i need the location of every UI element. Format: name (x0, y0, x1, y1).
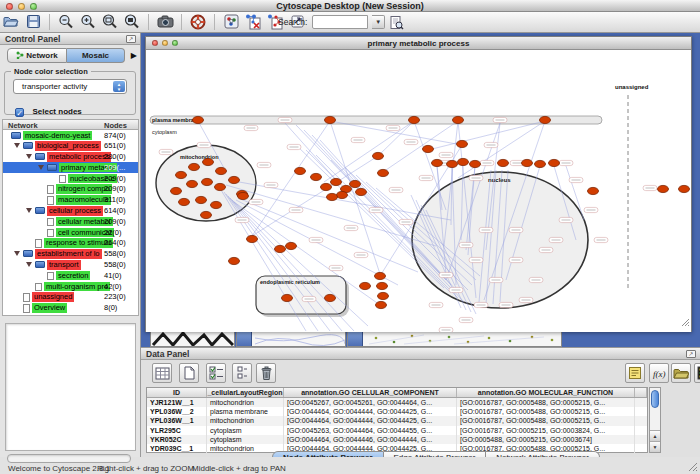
table-grid-button[interactable] (152, 363, 172, 383)
search-dropdown-button[interactable]: ▼ (372, 15, 385, 29)
attribute-grid-button[interactable] (232, 363, 252, 383)
network-node[interactable] (376, 301, 387, 308)
open-folder-button[interactable] (1, 13, 21, 31)
network-canvas[interactable]: plasma membranecytoplasmmitochondrionnuc… (146, 50, 691, 332)
network-node[interactable] (423, 145, 434, 152)
network-node[interactable] (549, 159, 560, 166)
camera-snapshot-button[interactable] (155, 13, 175, 31)
tree-item-multi-organism-pro[interactable]: multi-organism pro42(0) (3, 281, 138, 292)
network-node[interactable] (325, 116, 336, 123)
table-row-YPL036W__1[interactable]: YPL036W__1mitochondrion[GO:0044464, GO:0… (147, 416, 647, 425)
expand-triangle-icon[interactable] (14, 251, 20, 256)
node-color-dropdown[interactable]: transporter activity ▲▼ (13, 79, 127, 94)
network-node[interactable] (453, 116, 464, 123)
network-node[interactable] (337, 191, 348, 198)
tree-item-nitrogen-compo[interactable]: nitrogen compo209(0) (3, 184, 138, 195)
network-view-titlebar[interactable]: primary metabolic process (146, 37, 691, 50)
network-node[interactable] (176, 171, 187, 178)
background-window-strip[interactable] (236, 331, 346, 347)
table-scrollbar[interactable]: ▲ ▼ (649, 387, 661, 453)
tab-overflow-arrow[interactable]: ▶ (131, 51, 137, 60)
tree-item-transport[interactable]: transport558(0) (3, 260, 138, 271)
network-node[interactable] (377, 282, 388, 289)
tree-item-cellular-metabol[interactable]: cellular metabol209(0) (3, 216, 138, 227)
network-node[interactable] (179, 198, 190, 205)
zoom-region-button[interactable] (100, 13, 120, 31)
network-edge[interactable] (330, 121, 462, 145)
column-header-1[interactable]: _cellularLayoutRegion (207, 388, 284, 397)
network-node[interactable] (588, 187, 599, 194)
edit-network-blue-button[interactable] (243, 13, 263, 31)
expand-triangle-icon[interactable] (38, 165, 44, 170)
network-node[interactable] (229, 176, 240, 183)
network-node[interactable] (196, 196, 207, 203)
network-node[interactable] (202, 178, 213, 185)
network-node[interactable] (215, 183, 226, 190)
network-node[interactable] (187, 180, 198, 187)
scrollbar-thumb[interactable] (651, 390, 659, 408)
network-edge[interactable] (458, 121, 545, 178)
network-node[interactable] (238, 192, 249, 199)
network-edge[interactable] (285, 123, 336, 180)
network-edge[interactable] (324, 121, 414, 182)
network-node[interactable] (432, 159, 443, 166)
tab-mosaic[interactable]: Mosaic (67, 48, 125, 63)
expand-triangle-icon[interactable] (26, 154, 32, 159)
network-node[interactable] (373, 152, 384, 159)
network-node[interactable] (470, 160, 481, 167)
zoom-out-button[interactable] (56, 13, 76, 31)
folder-olive-button[interactable] (671, 363, 691, 383)
network-node[interactable] (447, 160, 458, 167)
tree-item-nucleobase-c[interactable]: nucleobase-c209(0) (3, 173, 138, 184)
network-node[interactable] (375, 272, 386, 279)
tree-item-unassigned[interactable]: unassigned223(0) (3, 292, 138, 303)
network-node[interactable] (522, 159, 533, 166)
network-node[interactable] (189, 163, 200, 170)
network-node[interactable] (211, 201, 222, 208)
float-panel-icon[interactable]: ↗ (686, 350, 696, 358)
save-floppy-button[interactable] (23, 13, 43, 31)
network-node[interactable] (171, 187, 182, 194)
zoom-in-button[interactable] (78, 13, 98, 31)
network-node[interactable] (356, 188, 367, 195)
column-header-2[interactable]: annotation.GO CELLULAR_COMPONENT (284, 388, 457, 397)
trash-button[interactable] (256, 363, 276, 383)
zoom-fit-button[interactable] (122, 13, 142, 31)
scroll-down-icon[interactable]: ▼ (650, 441, 660, 452)
resize-grip-icon[interactable] (681, 313, 690, 331)
network-node[interactable] (282, 294, 293, 301)
expand-triangle-icon[interactable] (26, 208, 32, 213)
network-node[interactable] (229, 257, 240, 264)
heatmap-button[interactable] (694, 363, 700, 383)
tree-item-biological-process[interactable]: biological_process651(0) (3, 141, 138, 152)
background-window-strip[interactable] (347, 331, 562, 347)
network-node[interactable] (540, 116, 551, 123)
network-node[interactable] (658, 185, 669, 192)
network-node[interactable] (295, 167, 306, 174)
network-node[interactable] (275, 245, 286, 252)
network-node[interactable] (201, 211, 212, 218)
network-node[interactable] (458, 158, 469, 165)
help-lifering-button[interactable] (188, 13, 208, 31)
new-doc-button[interactable] (179, 363, 199, 383)
tree-item-response-to-stimulu[interactable]: response to stimulu264(0) (3, 238, 138, 249)
float-panel-icon[interactable]: ↗ (126, 35, 136, 43)
background-window-strip[interactable] (150, 331, 235, 347)
network-node[interactable] (286, 242, 297, 249)
network-node[interactable] (331, 178, 342, 185)
tree-item-secretion[interactable]: secretion41(0) (3, 270, 138, 281)
select-nodes-checkbox[interactable]: ✓ (15, 108, 24, 117)
network-node[interactable] (193, 116, 204, 123)
network-node[interactable] (679, 185, 690, 192)
vizmapper-button[interactable] (221, 13, 241, 31)
table-row-YLR295C[interactable]: YLR295Ccytoplasm[GO:0045263, GO:0044464,… (147, 426, 647, 435)
table-row-YKR052C[interactable]: YKR052Ccytoplasm[GO:0044464, GO:0044446,… (147, 435, 647, 444)
network-node[interactable] (378, 292, 389, 299)
network-node[interactable] (409, 116, 420, 123)
network-node[interactable] (247, 235, 258, 242)
tree-item-mosaic-demo-yeast[interactable]: mosaic-demo-yeast874(0) (3, 130, 138, 141)
network-node[interactable] (378, 169, 389, 176)
advanced-search-button[interactable] (386, 14, 406, 32)
birdseye-view-panel[interactable] (5, 323, 136, 451)
select-attributes-button[interactable] (206, 363, 226, 383)
